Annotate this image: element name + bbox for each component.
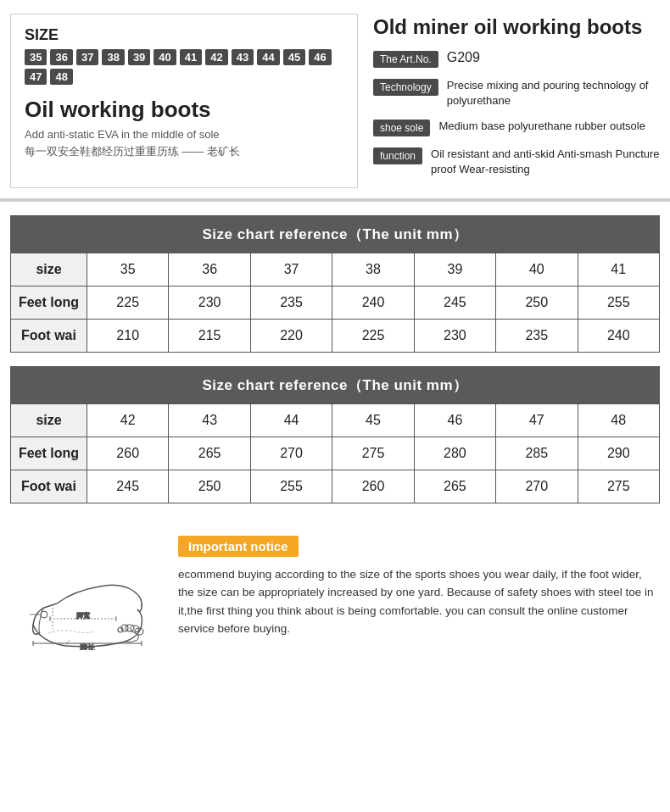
svg-point-16 bbox=[41, 611, 47, 618]
size-badge: 38 bbox=[102, 49, 124, 65]
divider bbox=[0, 200, 670, 202]
table-row: Feet long260265270275280285290 bbox=[11, 437, 660, 470]
chart-header-cell: 40 bbox=[496, 253, 578, 286]
chart-section: Size chart reference（The unit mm） size35… bbox=[0, 205, 670, 527]
size-badge: 42 bbox=[205, 49, 227, 65]
cell-value: 245 bbox=[87, 470, 169, 503]
cell-value: 255 bbox=[250, 470, 332, 503]
chart-header-cell: 48 bbox=[578, 403, 659, 437]
cell-value: 210 bbox=[87, 319, 169, 352]
size-badge: 40 bbox=[154, 49, 176, 65]
cell-value: 215 bbox=[169, 319, 250, 352]
cell-value: 250 bbox=[169, 470, 250, 503]
art-no-row: The Art.No. G209 bbox=[373, 50, 660, 68]
cell-value: 265 bbox=[414, 470, 495, 503]
chart-header-cell: 38 bbox=[332, 253, 414, 286]
product-title: Old miner oil working boots bbox=[373, 15, 660, 40]
chart-header-cell: 47 bbox=[496, 403, 578, 437]
chart-header-cell: 44 bbox=[250, 403, 332, 437]
chart2-title: Size chart reference（The unit mm） bbox=[11, 366, 660, 403]
cell-value: 230 bbox=[169, 286, 250, 319]
cell-value: 255 bbox=[578, 286, 659, 319]
product-chinese: 每一双安全鞋都经历过重重历练 —— 老矿长 bbox=[25, 144, 343, 159]
right-info: Old miner oil working boots The Art.No. … bbox=[373, 14, 660, 188]
cell-value: 270 bbox=[496, 470, 578, 503]
notice-text: ecommend buying according to the size of… bbox=[178, 565, 660, 638]
size-badge: 37 bbox=[76, 49, 98, 65]
cell-value: 275 bbox=[332, 437, 414, 470]
chart-header-cell: 41 bbox=[578, 253, 659, 286]
cell-value: 225 bbox=[87, 286, 169, 319]
size-badge: 45 bbox=[283, 49, 305, 65]
chart-header-cell: 39 bbox=[414, 253, 495, 286]
row-label: Feet long bbox=[11, 437, 87, 470]
foot-image: 脚长 脚宽 bbox=[10, 536, 163, 654]
cell-value: 225 bbox=[332, 319, 414, 352]
shoe-sole-row: shoe sole Medium base polyurethane rubbe… bbox=[373, 119, 660, 136]
svg-text:脚长: 脚长 bbox=[80, 643, 95, 650]
svg-text:脚宽: 脚宽 bbox=[76, 612, 90, 620]
size-badge: 48 bbox=[50, 69, 72, 85]
cell-value: 235 bbox=[250, 286, 332, 319]
size-label: SIZE bbox=[25, 26, 343, 44]
cell-value: 285 bbox=[496, 437, 578, 470]
chart-header-cell: 42 bbox=[87, 403, 169, 437]
size-chart-1: Size chart reference（The unit mm） size35… bbox=[10, 215, 660, 353]
chart-header-cell: 35 bbox=[87, 253, 169, 286]
cell-value: 230 bbox=[414, 319, 495, 352]
art-no-value: G209 bbox=[447, 50, 480, 65]
table-row: Foot wai245250255260265270275 bbox=[11, 470, 660, 503]
foot-illustration: 脚长 脚宽 bbox=[14, 540, 159, 650]
cell-value: 280 bbox=[414, 437, 495, 470]
chart-header-cell: 43 bbox=[169, 403, 250, 437]
function-value: Oil resistant and anti-skid Anti-smash P… bbox=[431, 147, 660, 177]
row-label: Foot wai bbox=[11, 319, 87, 352]
cell-value: 250 bbox=[496, 286, 578, 319]
cell-value: 275 bbox=[578, 470, 659, 503]
size-badge: 44 bbox=[257, 49, 279, 65]
chart-header-cell: 46 bbox=[414, 403, 495, 437]
cell-value: 260 bbox=[332, 470, 414, 503]
size-numbers: 3536373839404142434445464748 bbox=[25, 49, 343, 85]
art-no-tag: The Art.No. bbox=[373, 51, 438, 68]
cell-value: 290 bbox=[578, 437, 659, 470]
cell-value: 265 bbox=[169, 437, 250, 470]
size-badge: 36 bbox=[50, 49, 72, 65]
shoe-sole-value: Medium base polyurethane rubber outsole bbox=[438, 119, 645, 134]
size-badge: 47 bbox=[25, 69, 47, 85]
table-row: Foot wai210215220225230235240 bbox=[11, 319, 660, 352]
size-badge: 41 bbox=[180, 49, 202, 65]
chart-header-cell: 45 bbox=[332, 403, 414, 437]
chart-header-cell: 37 bbox=[250, 253, 332, 286]
function-tag: function bbox=[373, 147, 422, 164]
cell-value: 235 bbox=[496, 319, 578, 352]
size-badge: 46 bbox=[309, 49, 331, 65]
notice-content: Important notice ecommend buying accordi… bbox=[178, 536, 660, 638]
chart-header-cell: 36 bbox=[169, 253, 250, 286]
cell-value: 245 bbox=[414, 286, 495, 319]
technology-value: Precise mixing and pouring technology of… bbox=[447, 78, 660, 108]
size-badge: 43 bbox=[232, 49, 254, 65]
row-label: Feet long bbox=[11, 286, 87, 319]
left-card: SIZE 3536373839404142434445464748 Oil wo… bbox=[10, 14, 358, 188]
top-section: SIZE 3536373839404142434445464748 Oil wo… bbox=[0, 0, 670, 200]
product-sub: Add anti-static EVA in the middle of sol… bbox=[25, 128, 343, 141]
size-badge: 35 bbox=[25, 49, 47, 65]
product-name: Oil working boots bbox=[25, 97, 343, 123]
cell-value: 260 bbox=[87, 437, 169, 470]
table-row: Feet long225230235240245250255 bbox=[11, 286, 660, 319]
function-row: function Oil resistant and anti-skid Ant… bbox=[373, 147, 660, 177]
shoe-sole-tag: shoe sole bbox=[373, 120, 430, 136]
cell-value: 220 bbox=[250, 319, 332, 352]
row-label: Foot wai bbox=[11, 470, 87, 503]
chart-header-cell: size bbox=[11, 403, 87, 437]
chart-header-cell: size bbox=[11, 253, 87, 286]
cell-value: 240 bbox=[332, 286, 414, 319]
notice-section: 脚长 脚宽 Important notice ecommend buying a… bbox=[0, 527, 670, 668]
cell-value: 270 bbox=[250, 437, 332, 470]
technology-tag: Technology bbox=[373, 79, 438, 96]
cell-value: 240 bbox=[578, 319, 659, 352]
notice-title: Important notice bbox=[178, 536, 299, 557]
size-badge: 39 bbox=[128, 49, 150, 65]
size-chart-2: Size chart reference（The unit mm） size42… bbox=[10, 366, 660, 503]
